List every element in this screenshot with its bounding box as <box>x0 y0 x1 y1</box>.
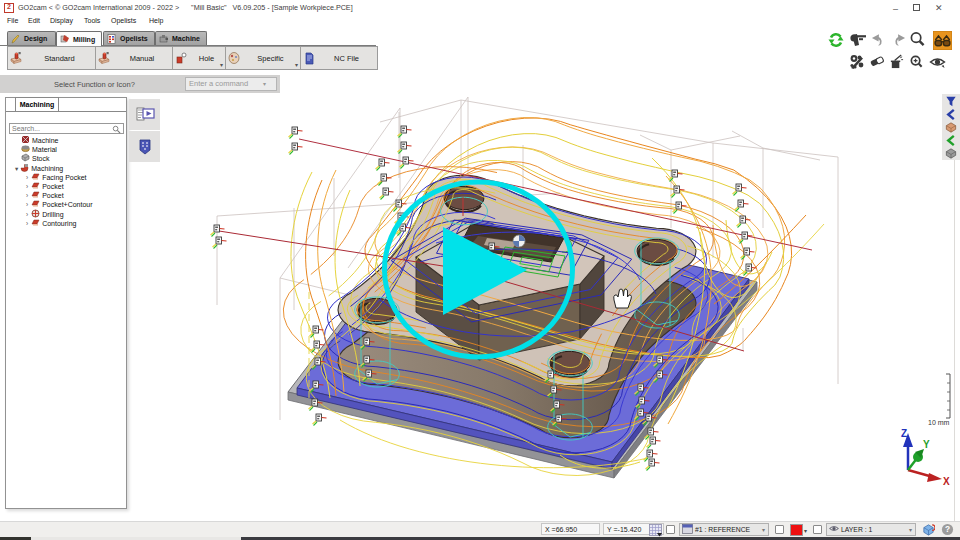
svg-text:Z: Z <box>901 428 907 439</box>
svg-text:Y: Y <box>923 439 930 450</box>
svg-text:?: ? <box>945 524 950 534</box>
svg-text:X: X <box>943 476 950 487</box>
